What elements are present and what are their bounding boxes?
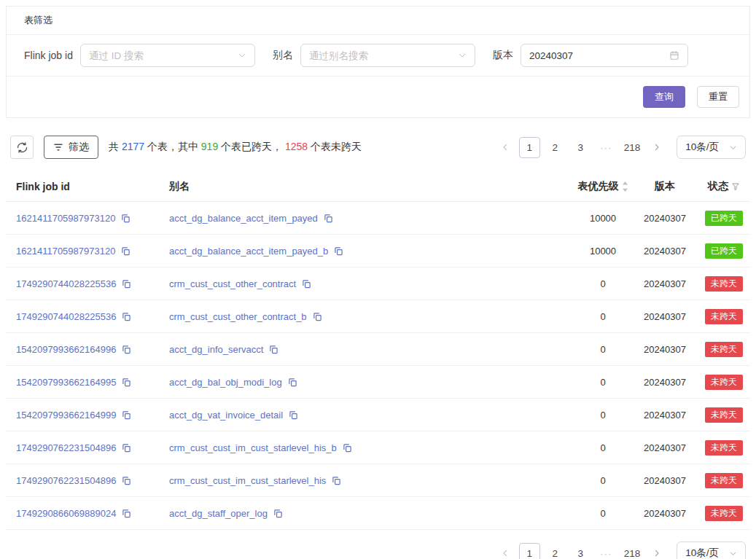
priority-cell: 0 xyxy=(574,300,632,333)
job-id-link[interactable]: 1542097993662164999 xyxy=(16,410,116,421)
alias-select[interactable] xyxy=(300,44,475,67)
chevron-left-icon[interactable] xyxy=(496,137,515,157)
sort-icon[interactable] xyxy=(622,181,628,192)
page-button-2[interactable]: 2 xyxy=(545,543,566,559)
job-id-link[interactable]: 1749290866069889024 xyxy=(16,508,116,519)
job-id-link[interactable]: 1621411705987973120 xyxy=(16,213,115,224)
job-id-cell: 1749290762231504896 xyxy=(6,431,159,464)
copy-icon[interactable] xyxy=(122,312,131,321)
chevron-right-icon[interactable] xyxy=(647,543,666,559)
chevron-down-icon xyxy=(729,144,737,152)
alias-link[interactable]: acct_dg_bal_obj_modi_log xyxy=(169,377,282,388)
status-header-label: 状态 xyxy=(708,180,728,193)
job-id-link[interactable]: 1621411705987973120 xyxy=(16,246,115,257)
page-button-3[interactable]: 3 xyxy=(570,137,591,158)
job-id-link[interactable]: 1542097993662164996 xyxy=(16,344,116,355)
page-button-1[interactable]: 1 xyxy=(519,543,540,559)
filter-toggle-label: 筛选 xyxy=(69,141,89,154)
copy-icon[interactable] xyxy=(122,279,131,289)
summary-text: 个表未跨天 xyxy=(308,141,362,152)
copy-icon[interactable] xyxy=(269,345,278,354)
alias-cell: acct_dg_staff_oper_log xyxy=(159,497,574,530)
status-badge: 未跨天 xyxy=(705,440,743,456)
job-id-link[interactable]: 1542097993662164995 xyxy=(16,377,116,388)
alias-link[interactable]: crm_cust_cust_other_contract xyxy=(169,278,296,289)
alias-link[interactable]: crm_cust_cust_other_contract_b xyxy=(169,311,307,322)
alias-link[interactable]: crm_cust_cust_im_cust_starlevel_his_b xyxy=(169,442,337,453)
copy-icon[interactable] xyxy=(302,279,311,289)
copy-icon[interactable] xyxy=(334,246,343,256)
funnel-icon[interactable] xyxy=(731,182,740,191)
page-ellipsis[interactable]: ··· xyxy=(596,543,617,559)
copy-icon[interactable] xyxy=(332,476,341,485)
alias-link[interactable]: crm_cust_cust_im_cust_starlevel_his xyxy=(169,475,326,486)
page-button-2[interactable]: 2 xyxy=(545,137,566,158)
tables-table: Flink job id 别名 表优先级 版本 状态 xyxy=(6,172,750,530)
table-row: 1749290762231504896 crm_cust_cust_im_cus… xyxy=(6,431,750,464)
copy-icon[interactable] xyxy=(324,214,333,223)
copy-icon[interactable] xyxy=(122,378,131,387)
copy-icon[interactable] xyxy=(122,345,131,354)
copy-icon[interactable] xyxy=(313,312,322,321)
filter-actions: 查询 重置 xyxy=(7,77,749,117)
alias-search-input[interactable] xyxy=(309,50,452,61)
alias-link[interactable]: acct_dg_vat_invoice_detail xyxy=(169,410,283,421)
calendar-icon xyxy=(669,50,679,60)
refresh-button[interactable] xyxy=(10,136,34,159)
job-id-search-input[interactable] xyxy=(89,50,232,61)
status-badge: 已跨天 xyxy=(705,211,743,226)
job-id-link[interactable]: 1749290762231504896 xyxy=(16,442,116,453)
alias-link[interactable]: acct_dg_info_servacct xyxy=(169,344,263,355)
copy-icon[interactable] xyxy=(121,246,130,256)
page-size-select[interactable]: 10条/页 xyxy=(677,542,746,559)
table-row: 1749290744028225536 crm_cust_cust_other_… xyxy=(6,300,750,333)
priority-cell: 0 xyxy=(574,366,632,399)
table-row: 1749290762231504896 crm_cust_cust_im_cus… xyxy=(6,464,750,497)
priority-cell: 0 xyxy=(574,267,632,300)
copy-icon[interactable] xyxy=(122,476,131,485)
reset-button[interactable]: 重置 xyxy=(697,86,739,108)
status-badge: 未跨天 xyxy=(705,506,743,521)
alias-field-label: 别名 xyxy=(273,49,293,62)
copy-icon[interactable] xyxy=(122,410,131,420)
copy-icon[interactable] xyxy=(273,509,283,518)
page-button-1[interactable]: 1 xyxy=(519,137,540,158)
alias-link[interactable]: acct_dg_staff_oper_log xyxy=(169,508,268,519)
filter-card-title: 表筛选 xyxy=(7,7,749,35)
job-id-link[interactable]: 1749290744028225536 xyxy=(16,311,116,322)
priority-cell: 0 xyxy=(574,431,632,464)
filter-toggle-button[interactable]: 筛选 xyxy=(44,136,98,159)
chevron-right-icon[interactable] xyxy=(647,137,666,157)
status-cell: 未跨天 xyxy=(698,366,750,399)
page-size-select[interactable]: 10条/页 xyxy=(677,136,746,159)
table-row: 1749290744028225536 crm_cust_cust_other_… xyxy=(6,267,750,300)
status-cell: 未跨天 xyxy=(698,267,750,300)
page-ellipsis[interactable]: ··· xyxy=(596,137,617,158)
column-header-job-id: Flink job id xyxy=(6,172,159,202)
job-id-select[interactable] xyxy=(80,44,255,67)
page-button-218[interactable]: 218 xyxy=(621,137,644,158)
copy-icon[interactable] xyxy=(343,443,352,453)
job-id-link[interactable]: 1749290762231504896 xyxy=(16,475,116,486)
copy-icon[interactable] xyxy=(289,410,298,420)
copy-icon[interactable] xyxy=(288,378,297,387)
job-id-link[interactable]: 1749290744028225536 xyxy=(16,278,116,289)
page-button-218[interactable]: 218 xyxy=(621,543,644,559)
version-date-picker[interactable] xyxy=(521,44,688,67)
chevron-left-icon[interactable] xyxy=(496,543,515,559)
status-badge: 未跨天 xyxy=(705,276,743,292)
query-button[interactable]: 查询 xyxy=(643,86,685,108)
version-date-input[interactable] xyxy=(529,50,663,61)
column-header-status: 状态 xyxy=(698,172,750,202)
alias-link[interactable]: acct_dg_balance_acct_item_payed_b xyxy=(169,246,328,257)
copy-icon[interactable] xyxy=(121,214,130,223)
alias-cell: acct_dg_vat_invoice_detail xyxy=(159,399,574,431)
refresh-icon xyxy=(17,142,28,153)
copy-icon[interactable] xyxy=(122,509,131,518)
page-button-3[interactable]: 3 xyxy=(570,543,591,559)
alias-cell: crm_cust_cust_other_contract_b xyxy=(159,300,574,333)
job-id-cell: 1621411705987973120 xyxy=(6,235,159,267)
alias-link[interactable]: acct_dg_balance_acct_item_payed xyxy=(169,213,318,224)
status-cell: 已跨天 xyxy=(698,235,750,267)
copy-icon[interactable] xyxy=(122,443,131,453)
